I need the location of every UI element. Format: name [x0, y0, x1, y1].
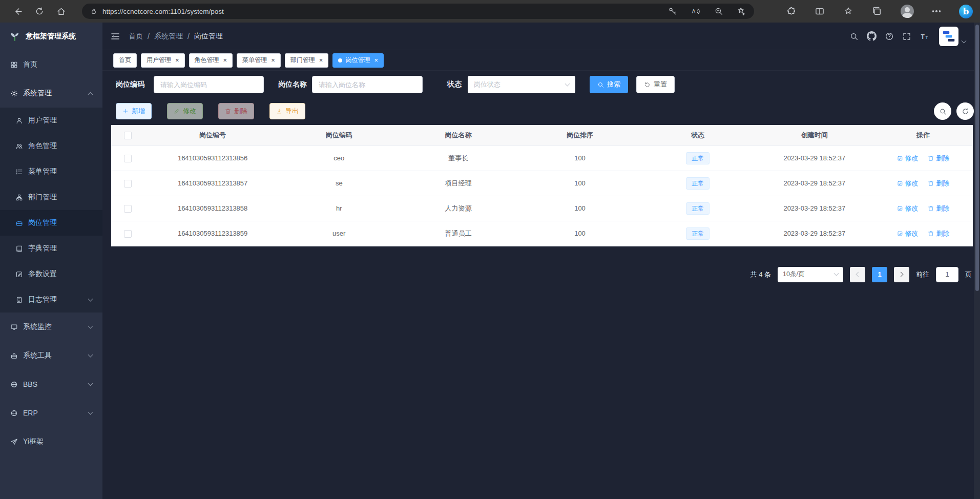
split-screen-icon[interactable]	[815, 6, 825, 16]
text-size-icon[interactable]: TT	[920, 32, 930, 41]
row-delete-link[interactable]: 删除	[928, 154, 949, 163]
edit-button[interactable]: 修改	[167, 103, 203, 119]
close-icon[interactable]: ×	[271, 57, 275, 64]
prev-page-button[interactable]	[850, 267, 865, 282]
sidebar-item-home[interactable]: 首页	[0, 50, 102, 79]
sidebar-item-user-management[interactable]: 用户管理	[0, 108, 102, 133]
tab-home[interactable]: 首页	[113, 53, 137, 68]
scrollbar-thumb[interactable]	[975, 25, 979, 291]
row-edit-link[interactable]: 修改	[897, 229, 919, 238]
fullscreen-icon[interactable]	[902, 32, 911, 41]
browser-profile-avatar[interactable]	[901, 5, 914, 18]
goto-page-input[interactable]	[936, 267, 958, 282]
app-title: 意框架管理系统	[26, 32, 76, 41]
delete-button[interactable]: 删除	[218, 103, 254, 119]
next-page-button[interactable]	[894, 267, 909, 282]
close-icon[interactable]: ×	[223, 57, 227, 64]
favorite-add-icon[interactable]	[737, 7, 746, 16]
post-name-input[interactable]	[312, 76, 423, 93]
breadcrumb-system[interactable]: 系统管理	[154, 32, 183, 41]
row-checkbox[interactable]	[124, 155, 132, 162]
sidebar-item-label: ERP	[23, 409, 38, 417]
address-bar[interactable]: https://ccnetcore.com:1101/system/post A	[82, 4, 754, 19]
sidebar-item-erp[interactable]: ERP	[0, 399, 102, 427]
status-select[interactable]: 岗位状态	[468, 76, 575, 93]
cell-post-name: 普通员工	[397, 221, 519, 246]
extensions-icon[interactable]	[786, 6, 796, 16]
export-button[interactable]: 导出	[269, 103, 305, 119]
chevron-down-icon	[88, 381, 93, 386]
page-1-button[interactable]: 1	[872, 267, 887, 282]
add-button[interactable]: 新增	[116, 103, 152, 119]
row-checkbox[interactable]	[124, 205, 132, 213]
cell-post-code: se	[281, 171, 397, 196]
sidebar-item-log-management[interactable]: 日志管理	[0, 287, 102, 313]
select-all-checkbox[interactable]	[124, 132, 132, 139]
row-delete-link[interactable]: 删除	[928, 179, 949, 188]
sidebar-item-param-settings[interactable]: 参数设置	[0, 261, 102, 287]
favorites-icon[interactable]	[843, 6, 853, 16]
total-count: 共 4 条	[750, 270, 771, 279]
svg-text:T: T	[921, 33, 925, 40]
reset-button[interactable]: 重置	[636, 76, 675, 93]
page-size-select[interactable]: 10条/页	[778, 267, 843, 282]
trash-icon	[928, 180, 934, 186]
row-delete-link[interactable]: 删除	[928, 204, 949, 213]
tab-role-management[interactable]: 角色管理×	[189, 53, 233, 68]
sidebar-item-system-tools[interactable]: 系统工具	[0, 341, 102, 370]
edit-icon	[897, 205, 903, 212]
row-delete-link[interactable]: 删除	[928, 229, 949, 238]
tab-post-management[interactable]: 岗位管理×	[332, 53, 384, 68]
sidebar-item-label: 系统监控	[23, 322, 52, 331]
sidebar-item-role-management[interactable]: 角色管理	[0, 133, 102, 159]
row-edit-link[interactable]: 修改	[897, 179, 919, 188]
user-avatar[interactable]	[939, 27, 958, 46]
saved-passwords-key-icon[interactable]	[668, 7, 677, 16]
add-button-label: 新增	[132, 107, 145, 116]
browser-refresh-button[interactable]	[29, 3, 50, 20]
app-logo[interactable]: 意框架管理系统	[0, 23, 102, 50]
browser-back-button[interactable]	[7, 3, 29, 20]
breadcrumb-home[interactable]: 首页	[129, 32, 143, 41]
sidebar-toggle-icon[interactable]	[110, 31, 120, 41]
show-search-toggle-button[interactable]	[934, 102, 951, 120]
sidebar-item-dept-management[interactable]: 部门管理	[0, 184, 102, 210]
sidebar-item-dict-management[interactable]: 字典管理	[0, 236, 102, 261]
refresh-table-button[interactable]	[956, 102, 974, 120]
cell-created: 2023-03-29 18:52:37	[756, 221, 873, 246]
sidebar-item-menu-management[interactable]: 菜单管理	[0, 159, 102, 184]
sidebar-item-post-management[interactable]: 岗位管理	[0, 210, 102, 236]
search-button[interactable]: 搜索	[590, 76, 628, 93]
sidebar-item-bbs[interactable]: BBS	[0, 370, 102, 399]
sidebar-item-yi-framework[interactable]: Yi框架	[0, 427, 102, 456]
cell-post-id: 1641030593112313857	[144, 171, 281, 196]
zoom-icon[interactable]	[714, 7, 723, 16]
sidebar-item-system-monitor[interactable]: 系统监控	[0, 313, 102, 341]
row-edit-link[interactable]: 修改	[897, 154, 919, 163]
chevron-down-icon	[834, 271, 839, 276]
close-icon[interactable]: ×	[175, 57, 179, 64]
collections-icon[interactable]	[872, 6, 882, 16]
read-aloud-icon[interactable]: A	[691, 7, 701, 16]
more-menu-icon[interactable]	[932, 10, 941, 12]
tab-dept-management[interactable]: 部门管理×	[285, 53, 329, 68]
row-checkbox[interactable]	[124, 180, 132, 188]
close-icon[interactable]: ×	[319, 57, 323, 64]
search-icon[interactable]	[849, 32, 859, 41]
col-created: 创建时间	[756, 125, 873, 145]
row-checkbox[interactable]	[124, 230, 132, 238]
sidebar-item-system-management[interactable]: 系统管理	[0, 79, 102, 108]
copilot-bing-icon[interactable]: b	[959, 5, 973, 18]
status-badge: 正常	[686, 152, 710, 164]
chevron-down-icon[interactable]	[962, 38, 967, 43]
tab-user-management[interactable]: 用户管理×	[141, 53, 185, 68]
tab-menu-management[interactable]: 菜单管理×	[237, 53, 281, 68]
browser-home-button[interactable]	[50, 3, 72, 20]
post-code-input[interactable]	[154, 76, 264, 93]
document-icon	[15, 296, 23, 304]
globe-icon	[10, 409, 18, 417]
close-icon[interactable]: ×	[374, 57, 378, 64]
help-icon[interactable]	[885, 32, 894, 41]
row-edit-link[interactable]: 修改	[897, 204, 919, 213]
github-icon[interactable]	[867, 31, 877, 41]
